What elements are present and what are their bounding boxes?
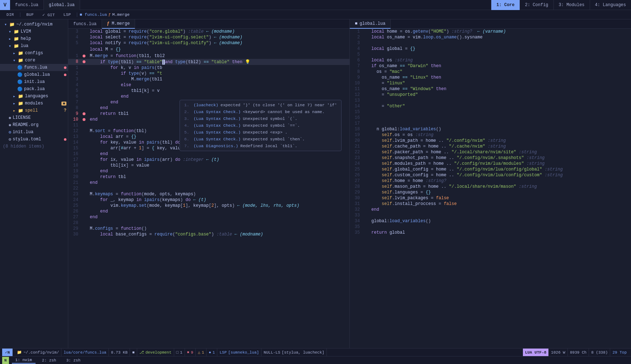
top-tab-bar: V funcs.lua global.lua 1: Core 2: Config…: [0, 0, 631, 10]
code-line-i4: 4 else: [68, 82, 349, 88]
license-icon: ✱: [9, 115, 11, 121]
sidebar-item-spell[interactable]: ▸ 📁 spell ?: [0, 107, 68, 114]
lang-folder-icon: ▸ 📁: [13, 94, 23, 99]
left-tab-merge[interactable]: ƒ M.merge: [102, 19, 135, 29]
right-editor-tab-bar: ■ global.lua: [350, 19, 631, 29]
status-path: 📁 ~/.config/nvim/: [15, 349, 61, 356]
code-line-i6: 6 end: [68, 94, 349, 99]
left-editor-content[interactable]: 1. (luacheck) expected ')' (to close '('…: [68, 29, 349, 348]
status-lsp: LSP [sumneko_lua]: [217, 349, 261, 356]
lua-folder-icon: ▾ 📁: [9, 43, 19, 49]
diag-item-1: 1. (luacheck) expected ')' (to close '('…: [180, 102, 341, 108]
sidebar-item-lvim[interactable]: ▾ 📁 LVIM: [0, 28, 68, 35]
sidebar-item-stylua[interactable]: ⚙ stylua.toml: [0, 136, 68, 143]
left-editor-pane: funcs.lua ƒ M.merge 1. (luacheck) expect…: [68, 19, 350, 348]
r-line-3: 3: [350, 40, 631, 46]
code-line-22: 22: [68, 186, 349, 191]
r-line-16: 16: [350, 115, 631, 121]
sidebar-item-license[interactable]: ✱ LICENSE: [0, 114, 68, 121]
sidebar-core-label: core: [25, 58, 35, 63]
tab-global-lua[interactable]: global.lua: [44, 0, 80, 10]
lsp-label: LSP: [219, 350, 227, 355]
right-editor-content[interactable]: 1 local home = os.getenv("HOME") :string…: [350, 29, 631, 348]
r-line-10: 10 = "linux": [350, 80, 631, 86]
sidebar-item-modules[interactable]: ▸ 📁 modules ■: [0, 100, 68, 107]
mode-label: N: [8, 350, 10, 355]
code-line-27: 27 end: [68, 214, 349, 220]
lsp-server-label: [sumneko_lua]: [228, 350, 259, 355]
code-line-23: 23 M.keymaps = function(mode, opts, keym…: [68, 191, 349, 197]
code-line-3: 3 local global = require("core.global") …: [68, 29, 349, 34]
sidebar-item-root[interactable]: ▾ 📁 ~/.config/nvim: [0, 21, 68, 28]
nav-buf[interactable]: BUF: [23, 11, 37, 18]
code-line-i3: 3 M.merge(tbl1: [68, 76, 349, 82]
nav-dir[interactable]: DIR: [3, 11, 18, 18]
term-tab-1-label: 1: nvim: [15, 358, 32, 362]
sidebar-item-configs[interactable]: ▸ 📁 configs: [0, 50, 68, 57]
r-line-33: 33: [350, 213, 631, 218]
code-line-5: 5 local notify = require("lvim-ui-config…: [68, 40, 349, 46]
tab-funcs-lua[interactable]: funcs.lua: [10, 0, 44, 10]
status-errors: ✖ 9: [185, 349, 196, 356]
sidebar-item-pack[interactable]: 🔵 pack.lua: [0, 85, 68, 93]
diag-item-4: 4. (Lua Syntax Check.) Unexpected symbol…: [180, 122, 341, 129]
sidebar-item-readme[interactable]: ✱ README.org: [0, 121, 68, 129]
sidebar-hidden-label: (8 hidden items): [3, 144, 44, 149]
sidebar-item-init[interactable]: 🔵 init.lua: [0, 78, 68, 85]
sidebar-item-funcs[interactable]: 🔵 funcs.lua: [0, 64, 68, 71]
left-tab-merge-label: M.merge: [112, 21, 130, 26]
r-line-5: 5: [350, 52, 631, 57]
sidebar-item-lua[interactable]: ▾ 📁 lua: [0, 42, 68, 50]
tab-config-label: 2: Config: [525, 3, 548, 8]
code-line-28: 28: [68, 220, 349, 226]
init2-icon: ⚙: [9, 130, 11, 135]
code-line-19: 19 end: [68, 168, 349, 174]
status-branch: ⎇ development: [137, 349, 174, 356]
null-ls-label: NULL-LS: [264, 350, 280, 355]
tab-languages[interactable]: 4: Languages: [590, 0, 631, 10]
warn-count: 1: [202, 350, 204, 355]
status-size-text: 8.73 KB: [111, 350, 127, 355]
code-line-30: 30 local base_configs = require("configs…: [68, 232, 349, 237]
r-line-4: 4 local global = {}: [350, 46, 631, 52]
tab-modules-label: 3: Modules: [559, 3, 585, 8]
r-line-30: 30 self.lvim_packages = false: [350, 195, 631, 201]
terminal-tab-3[interactable]: 3: zsh: [62, 358, 84, 363]
r-line-11: 11 os_name == "Windows" then: [350, 86, 631, 92]
r-line-31: 31 self.install_proccess = false: [350, 201, 631, 207]
status-lines: 8939 Ch: [568, 349, 589, 356]
tab-config[interactable]: 2: Config: [520, 0, 553, 10]
nav-git[interactable]: ✓ GIT: [39, 11, 59, 18]
code-line-21: 21 end: [68, 180, 349, 186]
sidebar-item-global[interactable]: 🔵 global.lua: [0, 71, 68, 78]
sidebar-item-help[interactable]: ▸ 📁 help: [0, 35, 68, 42]
r-line-35: 35: [350, 224, 631, 230]
terminal-tab-1[interactable]: 1: nvim: [12, 357, 36, 364]
git-icon: ■: [132, 350, 135, 355]
terminal-bar: N 1: nvim 2: zsh 3: zsh: [0, 356, 631, 364]
term-tab-2-label: 2: zsh: [42, 358, 56, 363]
r-line-34: 34 global:load_variables(): [350, 218, 631, 224]
right-tab-global[interactable]: ■ global.lua: [350, 19, 391, 29]
top-label: 29 Top: [612, 350, 627, 355]
sidebar-item-core[interactable]: ▾ 📁 core: [0, 57, 68, 64]
sidebar-item-languages[interactable]: ▸ 📁 languages: [0, 93, 68, 100]
status-file: lua/core/funcs.lua: [61, 349, 109, 356]
hint-icon: ●: [209, 350, 211, 355]
tab-languages-label: 4: Languages: [595, 3, 626, 8]
diag-item-7: 7. (Lua Diagnostics.) Redefined local `t…: [180, 143, 341, 149]
help-folder-icon: ▸ 📁: [9, 36, 19, 42]
status-hints: ● 1: [207, 349, 217, 356]
terminal-tab-2[interactable]: 2: zsh: [38, 358, 60, 363]
global-file-icon: 🔵: [17, 72, 23, 78]
left-tab-funcs[interactable]: funcs.lua: [68, 19, 102, 29]
nav-lsp[interactable]: LSP: [60, 11, 75, 18]
sidebar-item-init2[interactable]: ⚙ init.lua: [0, 129, 68, 136]
tab-modules[interactable]: 3: Modules: [553, 0, 590, 10]
tab-core[interactable]: 1: Core: [491, 0, 519, 10]
main-area: ▾ 📁 ~/.config/nvim ▾ 📁 LVIM ▸ 📁 help ▾ 📁…: [0, 19, 631, 348]
diag-item-5: 5. (Lua Syntax Check.) Unexpected <exp> …: [180, 129, 341, 136]
code-line-20: 20 return tbl: [68, 174, 349, 180]
diag-item-6: 6. (Lua Syntax Check.) Unexpected symbol…: [180, 136, 341, 143]
code-line-25: 25 vim.keymap.set(mode, keymap[1], keyma…: [68, 203, 349, 209]
